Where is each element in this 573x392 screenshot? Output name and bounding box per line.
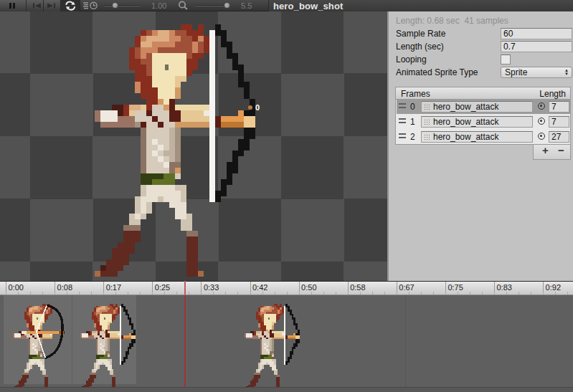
svg-text:0: 0	[255, 103, 260, 112]
